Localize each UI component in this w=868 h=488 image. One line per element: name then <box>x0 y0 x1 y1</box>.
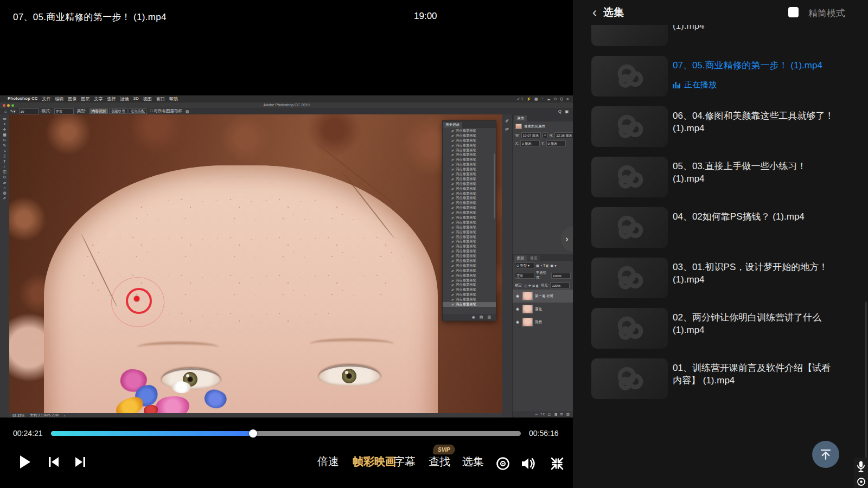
thumbnail[interactable] <box>591 106 668 147</box>
thumbnail[interactable] <box>591 56 668 97</box>
history-row[interactable]: ✐污点修复画笔 <box>443 278 496 283</box>
play-button[interactable] <box>16 453 34 471</box>
microphone-icon[interactable] <box>854 458 868 475</box>
playlist-item-1[interactable]: 06、04.修图和美颜靠这些工具就够了！ (1).mp4 <box>591 106 855 150</box>
playlist-item-4[interactable]: 03、01.初识PS，设计梦开始的地方！ (1).mp4 <box>591 258 855 301</box>
screen-target-icon[interactable] <box>854 475 868 488</box>
history-row[interactable]: ✐污点修复画笔 <box>443 196 496 201</box>
episode-title[interactable]: 07、05.商业精修的第一步！ (1).mp4 <box>673 59 835 72</box>
tool-icon-13[interactable]: ⌂ <box>3 186 5 190</box>
type-option-1[interactable]: 创建纹理 <box>109 108 127 114</box>
h-field[interactable]: 12.38 厘米 <box>554 132 573 138</box>
workspace-icon[interactable]: ▣ <box>565 109 569 114</box>
history-row[interactable]: ✐污点修复画笔 <box>443 172 496 177</box>
history-rows[interactable]: ✐污点修复画笔✐污点修复画笔✐污点修复画笔✐污点修复画笔✐污点修复画笔✐污点修复… <box>443 129 496 307</box>
history-row[interactable]: ✐污点修复画笔 <box>443 297 496 302</box>
history-row[interactable]: ✐污点修复画笔 <box>443 302 496 307</box>
layer-visibility-icon[interactable]: ◉ <box>515 320 520 324</box>
history-row[interactable]: ✐污点修复画笔 <box>443 187 496 191</box>
tool-icon-8[interactable]: T <box>3 159 5 163</box>
thumbnail[interactable] <box>591 258 668 298</box>
type-option-0[interactable]: 内容识别 <box>90 108 108 114</box>
history-row[interactable]: ✐污点修复画笔 <box>443 268 496 273</box>
mode-select[interactable]: 正常 <box>54 108 74 114</box>
tool-icon-3[interactable]: ▦ <box>3 133 7 137</box>
tool-icon-2[interactable]: ✛ <box>3 127 7 132</box>
layer-filter-select[interactable]: Q 类型 ▾ <box>515 262 534 268</box>
ps-canvas-image[interactable] <box>9 114 502 413</box>
episode-title[interactable]: 06、04.修图和美颜靠这些工具就够了！ (1).mp4 <box>673 110 835 134</box>
history-row[interactable]: ✐污点修复画笔 <box>443 235 496 240</box>
history-row[interactable]: ✐污点修复画笔 <box>443 157 496 162</box>
playlist-item-2[interactable]: 05、03.直接上手做一些小练习！ (1).mp4 <box>591 157 855 200</box>
playlist-item-3[interactable]: 04、02如何靠PS搞钱？ (1).mp4 <box>591 207 855 251</box>
link-dimensions-icon[interactable]: ∞ <box>542 132 548 138</box>
tool-icon-11[interactable]: ⊙ <box>3 175 7 179</box>
w-field[interactable]: 10.07 厘米 <box>521 132 541 138</box>
episode-title[interactable]: 04、02如何靠PS搞钱？ (1).mp4 <box>673 210 835 223</box>
playlist-item-0[interactable]: 07、05.商业精修的第一步！ (1).mp4正在播放 <box>591 56 855 99</box>
history-tab[interactable]: 历史记录 <box>443 122 462 128</box>
tool-icon-5[interactable]: ✎ <box>3 144 7 148</box>
history-row[interactable]: ✐污点修复画笔 <box>443 249 496 254</box>
ps-menu-item-3[interactable]: 图像 <box>68 96 77 102</box>
history-row[interactable]: ✐污点修复画笔 <box>443 254 496 259</box>
ps-menu-item-7[interactable]: 滤镜 <box>120 96 129 102</box>
ps-menu-item-4[interactable]: 图层 <box>81 96 90 102</box>
tool-icon-0[interactable]: ▭ <box>3 117 7 121</box>
ps-menu-item-8[interactable]: 3D <box>133 96 139 102</box>
tool-icon-4[interactable]: ✂ <box>3 138 7 143</box>
brush-size-field[interactable]: 19 <box>19 108 39 114</box>
history-row[interactable]: ✐污点修复画笔 <box>443 283 496 288</box>
layer-row[interactable]: ◉第一遍 祛斑 <box>513 290 573 303</box>
layers-tab[interactable]: 图层 <box>514 255 527 261</box>
tool-icon-15[interactable]: ✐ <box>3 196 7 201</box>
status-arrow-icon[interactable]: › <box>64 414 65 418</box>
history-row[interactable]: ✐污点修复画笔 <box>443 220 496 225</box>
dock-collapsed-strip[interactable]: ✐ ⇄ <box>502 114 512 418</box>
collapse-panel-icon-2[interactable]: ⇄ <box>505 127 509 132</box>
fill-field[interactable]: 100% <box>550 282 570 288</box>
subtitles-button[interactable]: 字幕 <box>394 454 416 469</box>
history-row[interactable]: ✐污点修复画笔 <box>443 239 496 244</box>
zoom-level[interactable]: 63.33% <box>12 414 24 418</box>
home-icon[interactable]: ⌂ <box>4 109 7 114</box>
history-row[interactable]: ✐污点修复画笔 <box>443 133 496 138</box>
lock-icons[interactable]: ◫ ✛ ⊞ ◧ <box>524 284 539 287</box>
history-row[interactable]: ✐污点修复画笔 <box>443 167 496 172</box>
progress-thumb[interactable] <box>249 429 257 438</box>
search-in-video-button[interactable]: 查找 <box>429 454 450 469</box>
history-row[interactable]: ✐污点修复画笔 <box>443 230 496 235</box>
playlist-item-6[interactable]: 01、训练营开课前言及软件介绍【试看内容】 (1).mp4 <box>591 358 855 402</box>
layer-filter-icons[interactable]: ▦ ◔ T ◧ ▣ ● <box>536 264 557 267</box>
mini-player-icon[interactable] <box>549 455 565 472</box>
history-footer-icons[interactable]: ◉ ▤ ▥ <box>443 314 496 320</box>
x-field[interactable]: 0 厘米 <box>520 140 540 146</box>
brush-tool-icon[interactable]: ✎▾ <box>10 109 16 114</box>
history-row[interactable]: ✐污点修复画笔 <box>443 182 496 187</box>
ps-menu-item-5[interactable]: 文字 <box>94 96 103 102</box>
collapse-panel-icon[interactable]: ✐ <box>505 119 509 124</box>
previous-button[interactable] <box>46 454 61 470</box>
search-icon[interactable]: Q <box>558 109 561 114</box>
episode-title[interactable]: 01、训练营开课前言及软件介绍【试看内容】 (1).mp4 <box>673 362 835 387</box>
history-row[interactable]: ✐污点修复画笔 <box>443 264 496 268</box>
simple-mode-checkbox[interactable] <box>788 7 799 17</box>
layer-row[interactable]: ◉背景 <box>513 316 573 329</box>
layer-list[interactable]: ◉第一遍 祛斑◉液化◉背景 <box>513 290 573 329</box>
properties-tab[interactable]: 属性 <box>514 115 527 121</box>
layer-visibility-icon[interactable]: ◉ <box>515 307 520 311</box>
opacity-field[interactable]: 100% <box>551 273 571 279</box>
sample-all-checkbox[interactable]: □ 对所有图层取样 <box>150 108 182 114</box>
tool-icon-9[interactable]: ⌕ <box>4 164 6 169</box>
layer-visibility-icon[interactable]: ◉ <box>515 294 520 298</box>
tool-icon-14[interactable]: ◍ <box>3 191 6 195</box>
channels-tab[interactable]: 通道 <box>527 255 540 261</box>
history-row[interactable]: ✐污点修复画笔 <box>443 210 496 215</box>
history-row[interactable]: ✐污点修复画笔 <box>443 162 496 167</box>
history-row[interactable]: ✐污点修复画笔 <box>443 244 496 249</box>
ps-menu-item-1[interactable]: 文件 <box>42 96 51 102</box>
tool-icon-12[interactable]: ▱ <box>3 181 6 185</box>
thumbnail[interactable] <box>591 157 668 197</box>
thumbnail[interactable] <box>591 24 668 46</box>
